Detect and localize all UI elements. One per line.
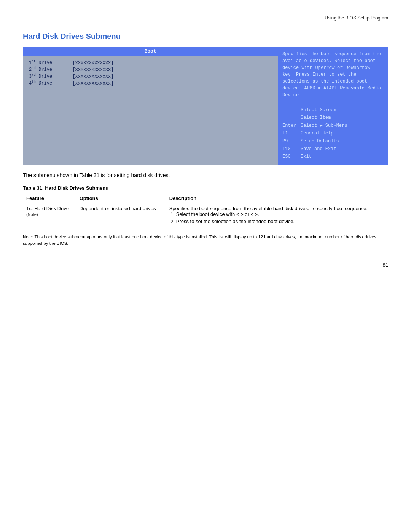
feature-cell: 1st Hard Disk Drive(Note) — [23, 203, 76, 228]
bios-drives-list: 1st Drive [xxxxxxxxxxxxx]2nd Drive [xxxx… — [23, 56, 278, 91]
key-binding-row: Select Screen — [282, 106, 384, 114]
key-binding-row: P9Setup Defaults — [282, 137, 384, 145]
key-label — [282, 114, 298, 121]
key-desc: Save and Exit — [301, 145, 336, 153]
description-step: Select the boot device with < > or < >. — [176, 211, 385, 217]
key-binding-row: F10Save and Exit — [282, 145, 384, 153]
bios-drive-row: 4th Drive [xxxxxxxxxxxxx] — [29, 80, 272, 86]
col-header-options: Options — [76, 193, 166, 203]
drive-value: [xxxxxxxxxxxxx] — [67, 67, 113, 72]
drive-value: [xxxxxxxxxxxxx] — [67, 74, 113, 79]
key-desc: Select ▶ Sub-Menu — [301, 122, 347, 129]
bios-help-text: Specifies the boot sequence from the ava… — [282, 51, 384, 99]
bios-drive-row: 2nd Drive [xxxxxxxxxxxxx] — [29, 66, 272, 72]
description-step: Press to set the selection as the intend… — [176, 219, 385, 224]
drive-label: 1st Drive — [29, 59, 67, 66]
page-number: 81 — [23, 262, 388, 268]
description-cell: Specifies the boot sequence from the ava… — [166, 203, 388, 228]
col-header-feature: Feature — [23, 193, 76, 203]
drive-label: 4th Drive — [29, 80, 67, 86]
bios-right-panel: Specifies the boot sequence from the ava… — [278, 47, 388, 165]
key-desc: Exit — [301, 153, 312, 160]
bios-screen: Boot 1st Drive [xxxxxxxxxxxxx]2nd Drive … — [23, 47, 388, 165]
key-label: F10 — [282, 145, 298, 153]
bios-drive-row: 1st Drive [xxxxxxxxxxxxx] — [29, 59, 272, 66]
subtitle: The submenu shown in Table 31 is for set… — [23, 172, 388, 178]
drive-label: 3rd Drive — [29, 73, 67, 79]
drive-label: 2nd Drive — [29, 66, 67, 72]
key-label — [282, 106, 298, 114]
key-label: F1 — [282, 129, 298, 137]
key-desc: Setup Defaults — [301, 137, 339, 145]
key-desc: Select Item — [301, 114, 331, 121]
page-header: Using the BIOS Setup Program — [23, 15, 388, 21]
key-binding-row: EnterSelect ▶ Sub-Menu — [282, 122, 384, 129]
drive-value: [xxxxxxxxxxxxx] — [67, 81, 113, 86]
header-text: Using the BIOS Setup Program — [325, 15, 388, 21]
description-steps: Select the boot device with < > or < >.P… — [169, 211, 385, 224]
drive-value: [xxxxxxxxxxxxx] — [67, 60, 113, 66]
feature-note: (Note) — [26, 212, 38, 217]
section-title: Hard Disk Drives Submenu — [23, 32, 388, 41]
key-label: Enter — [282, 122, 298, 129]
options-cell: Dependent on installed hard drives — [76, 203, 166, 228]
key-label: ESC — [282, 153, 298, 160]
bios-key-list: Select ScreenSelect ItemEnterSelect ▶ Su… — [282, 106, 384, 161]
key-desc: General Help — [301, 129, 333, 137]
note-text: Note: This boot device submenu appears o… — [23, 234, 388, 247]
key-binding-row: Select Item — [282, 114, 384, 121]
feature-name: 1st Hard Disk Drive — [26, 206, 69, 211]
key-desc: Select Screen — [301, 106, 336, 114]
bios-drive-row: 3rd Drive [xxxxxxxxxxxxx] — [29, 73, 272, 79]
key-binding-row: F1General Help — [282, 129, 384, 137]
key-binding-row: ESCExit — [282, 153, 384, 160]
table-row: 1st Hard Disk Drive(Note)Dependent on in… — [23, 203, 388, 228]
main-table: Feature Options Description 1st Hard Dis… — [23, 193, 388, 228]
bios-tab-label: Boot — [23, 47, 278, 56]
bios-left-panel: Boot 1st Drive [xxxxxxxxxxxxx]2nd Drive … — [23, 47, 278, 165]
description-intro: Specifies the boot sequence from the ava… — [169, 206, 368, 211]
col-header-description: Description — [166, 193, 388, 203]
key-label: P9 — [282, 137, 298, 145]
table-label: Table 31. Hard Disk Drives Submenu — [23, 185, 388, 191]
